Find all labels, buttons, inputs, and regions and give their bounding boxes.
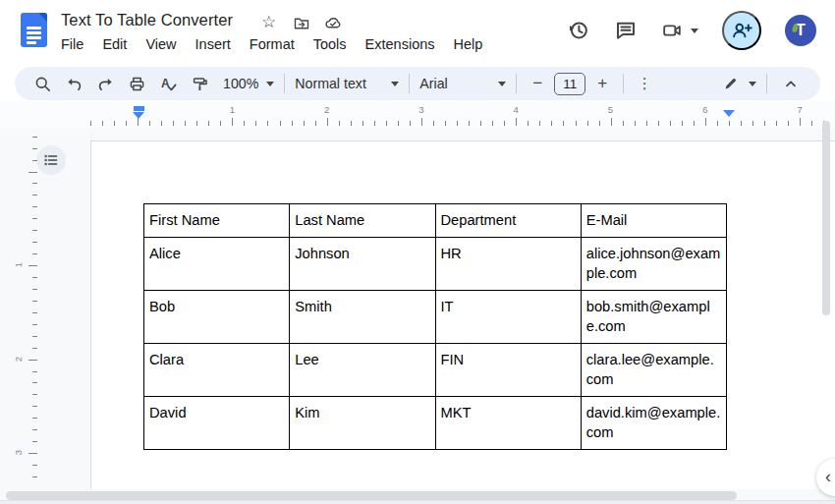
menu-insert[interactable]: Insert <box>195 36 231 52</box>
ruler-tick <box>504 121 505 126</box>
table-cell[interactable]: bob.smith@example.com <box>581 291 726 344</box>
table-cell[interactable]: Lee <box>290 344 435 397</box>
table-cell[interactable]: First Name <box>144 204 290 238</box>
paragraph-style-select[interactable]: Normal text <box>295 76 399 91</box>
comments-button[interactable] <box>614 19 638 42</box>
ruler-tick <box>741 121 742 126</box>
spelling-check-button[interactable]: A <box>154 70 182 97</box>
ruler-tick <box>32 418 37 419</box>
ruler-tick <box>587 121 588 126</box>
table-cell[interactable]: Department <box>435 204 581 238</box>
ruler-tick <box>327 118 328 126</box>
table-cell[interactable]: Smith <box>290 291 435 344</box>
ruler-tick <box>410 121 411 126</box>
folder-move-icon[interactable] <box>293 15 310 32</box>
meet-button[interactable] <box>661 20 698 41</box>
chevron-up-icon <box>782 75 800 92</box>
right-indent-marker[interactable] <box>723 110 735 117</box>
increase-font-size-button[interactable]: + <box>591 71 613 96</box>
horizontal-ruler[interactable]: 1234567 <box>0 101 835 129</box>
ruler-tick <box>244 121 245 126</box>
first-line-indent-marker[interactable] <box>134 106 144 111</box>
toolbar-divider <box>623 74 624 93</box>
menu-edit[interactable]: Edit <box>102 36 127 52</box>
ruler-tick <box>32 312 37 313</box>
ruler-tick <box>161 121 162 126</box>
ruler-tick <box>32 371 37 372</box>
more-options-button[interactable]: ⋮ <box>634 75 655 92</box>
ruler-tick <box>386 121 387 126</box>
decrease-font-size-button[interactable]: − <box>527 71 548 96</box>
table-cell[interactable]: HR <box>435 238 581 291</box>
table-cell[interactable]: Bob <box>144 291 290 344</box>
font-size-input[interactable]: 11 <box>554 73 585 95</box>
vertical-scrollbar-thumb[interactable] <box>822 121 830 315</box>
star-icon[interactable]: ☆ <box>261 14 276 30</box>
table-cell[interactable]: Last Name <box>290 204 435 238</box>
chevron-down-icon <box>266 82 274 86</box>
font-select[interactable]: Arial <box>419 76 506 91</box>
ruler-tick <box>32 429 37 430</box>
ruler-tick <box>32 148 37 149</box>
ruler-tick <box>433 121 434 126</box>
share-button[interactable] <box>722 11 761 50</box>
menu-extensions[interactable]: Extensions <box>365 36 435 52</box>
redo-button[interactable] <box>91 70 119 97</box>
ruler-tick <box>32 336 37 337</box>
ruler-tick <box>304 121 305 126</box>
paint-format-button[interactable] <box>186 70 213 97</box>
table-cell[interactable]: FIN <box>435 344 581 397</box>
menu-tools[interactable]: Tools <box>313 36 347 52</box>
print-button[interactable] <box>123 70 150 97</box>
menu-format[interactable]: Format <box>250 36 295 52</box>
account-avatar[interactable]: T <box>785 15 816 46</box>
ruler-tick <box>267 121 268 126</box>
document-title[interactable]: Text To Table Converter <box>61 11 233 29</box>
table-cell[interactable]: MKT <box>435 397 581 450</box>
hide-menus-button[interactable] <box>777 70 805 97</box>
ruler-tick <box>185 121 186 126</box>
ruler-tick <box>32 324 37 325</box>
ruler-tick <box>32 195 37 196</box>
ruler-tick <box>398 121 399 126</box>
docs-logo-icon[interactable] <box>21 13 47 47</box>
document-page[interactable]: First NameLast NameDepartmentE-MailAlice… <box>90 140 835 489</box>
ruler-number: 3 <box>418 104 423 115</box>
ruler-tick <box>138 118 139 126</box>
titlebar: Text To Table Converter ☆ FileEditViewIn… <box>0 0 835 61</box>
search-menus-button[interactable] <box>28 70 56 97</box>
ruler-tick <box>694 121 695 126</box>
table-cell[interactable]: Alice <box>144 238 290 291</box>
menu-view[interactable]: View <box>145 36 176 52</box>
zoom-select[interactable]: 100% <box>223 76 274 91</box>
horizontal-scrollbar-thumb[interactable] <box>6 491 737 500</box>
show-outline-button[interactable] <box>36 145 66 175</box>
ruler-tick <box>670 121 671 126</box>
editing-mode-select[interactable] <box>722 75 756 92</box>
version-history-button[interactable] <box>567 19 590 42</box>
undo-button[interactable] <box>60 70 87 97</box>
ruler-tick <box>32 277 37 278</box>
table-cell[interactable]: IT <box>435 291 581 344</box>
table-cell[interactable]: david.kim@example.com <box>581 397 726 450</box>
table-cell[interactable]: Clara <box>144 344 290 397</box>
ruler-tick <box>126 121 127 126</box>
video-camera-icon <box>661 20 683 41</box>
doc-table[interactable]: First NameLast NameDepartmentE-MailAlice… <box>143 203 727 450</box>
table-cell[interactable]: David <box>144 397 290 450</box>
left-indent-marker[interactable] <box>133 112 144 119</box>
table-cell[interactable]: clara.lee@example.com <box>581 344 726 397</box>
ruler-tick <box>516 118 517 126</box>
cloud-saved-icon[interactable] <box>324 15 342 32</box>
table-cell[interactable]: E-Mail <box>581 204 726 238</box>
table-cell[interactable]: alice.johnson@example.com <box>581 238 726 291</box>
menu-bar: FileEditViewInsertFormatToolsExtensionsH… <box>61 36 482 52</box>
table-cell[interactable]: Johnson <box>290 238 435 291</box>
menu-help[interactable]: Help <box>454 36 483 52</box>
ruler-tick <box>32 382 37 383</box>
table-cell[interactable]: Kim <box>290 397 435 450</box>
ruler-tick <box>32 206 37 207</box>
ruler-tick <box>705 118 706 126</box>
menu-file[interactable]: File <box>61 36 84 52</box>
ruler-tick <box>28 453 37 454</box>
